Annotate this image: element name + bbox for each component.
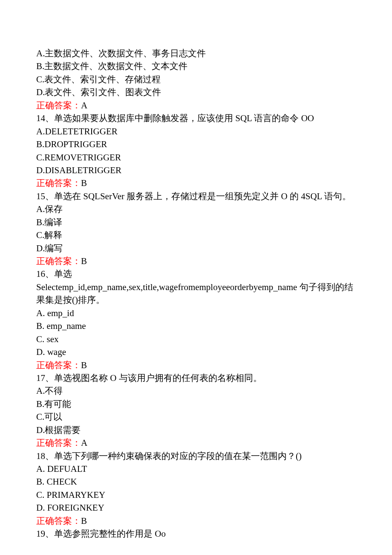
q18-option-b: B. CHECK bbox=[36, 475, 360, 488]
q18-answer-label: 正确答案： bbox=[36, 516, 81, 526]
q16-option-c: C. sex bbox=[36, 333, 360, 346]
q16-answer-label: 正确答案： bbox=[36, 360, 81, 370]
q18-answer: 正确答案：B bbox=[36, 514, 360, 527]
q13-answer-label: 正确答案： bbox=[36, 100, 81, 110]
q14-answer-label: 正确答案： bbox=[36, 178, 81, 188]
q19-stem: 19、单选参照完整性的作用是 Oo bbox=[36, 527, 360, 540]
q16-option-b: B. emp_name bbox=[36, 320, 360, 332]
q15-option-c: C.解释 bbox=[36, 229, 360, 241]
q16-answer-value: B bbox=[81, 360, 87, 370]
q17-stem: 17、单选视图名称 O 与该用户拥有的任何表的名称相同。 bbox=[36, 372, 360, 384]
q15-answer-label: 正确答案： bbox=[36, 256, 81, 266]
q18-answer-value: B bbox=[81, 516, 87, 526]
q18-stem: 18、单选下列哪一种约束确保表的对应的字段的值在某一范围内？() bbox=[36, 450, 360, 462]
q18-option-a: A. DEFUALT bbox=[36, 462, 360, 475]
q16-option-d: D. wage bbox=[36, 346, 360, 358]
q15-answer-value: B bbox=[81, 256, 87, 266]
q18-option-d: D. FOREIGNKEY bbox=[36, 501, 360, 514]
q17-option-b: B.有可能 bbox=[36, 398, 360, 410]
q17-option-a: A.不得 bbox=[36, 384, 360, 397]
q17-option-c: C.可以 bbox=[36, 410, 360, 423]
q13-answer-value: A bbox=[81, 100, 87, 110]
q14-answer: 正确答案：B bbox=[36, 177, 360, 189]
q17-option-d: D.根据需要 bbox=[36, 424, 360, 436]
q13-option-b: B.主数据文件、次数据文件、文本文件 bbox=[36, 60, 360, 73]
q13-option-a: A.主数据文件、次数据文件、事务日志文件 bbox=[36, 47, 360, 60]
q17-answer: 正确答案：A bbox=[36, 436, 360, 449]
q16-stem-line1: 16、单选 bbox=[36, 267, 360, 280]
q15-answer: 正确答案：B bbox=[36, 255, 360, 267]
q14-stem: 14、单选如果要从数据库中删除触发器，应该使用 SQL 语言的命令 OO bbox=[36, 112, 360, 125]
q14-option-a: A.DELETETRIGGER bbox=[36, 125, 360, 138]
q17-answer-label: 正确答案： bbox=[36, 438, 81, 448]
q13-option-d: D.表文件、索引文件、图表文件 bbox=[36, 86, 360, 99]
q15-stem: 15、单选在 SQLSerVer 服务器上，存储过程是一组预先定义并 O 的 4… bbox=[36, 190, 360, 203]
q15-option-b: B.编译 bbox=[36, 216, 360, 229]
document-page: A.主数据文件、次数据文件、事务日志文件 B.主数据文件、次数据文件、文本文件 … bbox=[0, 0, 392, 555]
q13-answer: 正确答案：A bbox=[36, 99, 360, 112]
q14-option-b: B.DROPTRIGGER bbox=[36, 138, 360, 151]
q16-stem-line2: Selectemp_id,emp_name,sex,title,wagefrom… bbox=[36, 281, 360, 307]
q16-option-a: A. emp_id bbox=[36, 307, 360, 320]
q14-option-c: C.REMOVETRIGGER bbox=[36, 151, 360, 164]
q13-option-c: C.表文件、索引文件、存储过程 bbox=[36, 73, 360, 86]
q15-option-a: A.保存 bbox=[36, 203, 360, 215]
q18-option-c: C. PRIMARYKEY bbox=[36, 488, 360, 501]
q17-answer-value: A bbox=[81, 438, 87, 448]
q15-option-d: D.编写 bbox=[36, 242, 360, 255]
q14-option-d: D.DISABLETRIGGER bbox=[36, 164, 360, 177]
q14-answer-value: B bbox=[81, 178, 87, 188]
q16-answer: 正确答案：B bbox=[36, 359, 360, 372]
